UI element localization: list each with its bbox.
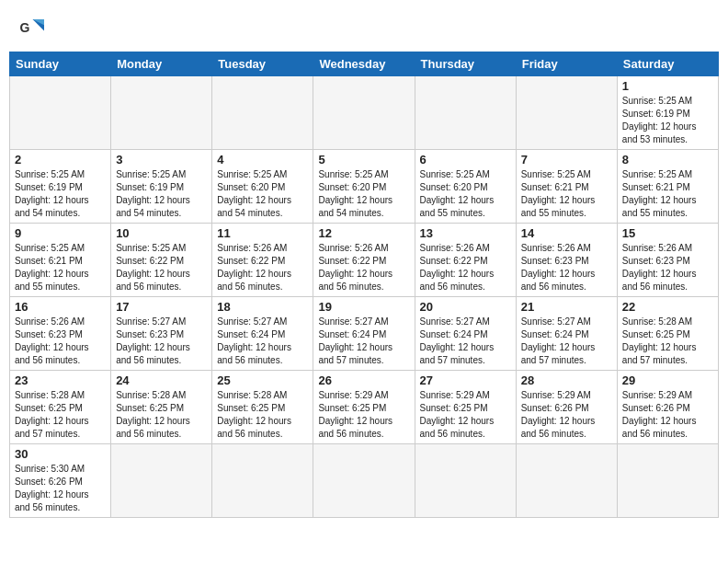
day-info: Sunrise: 5:25 AM Sunset: 6:20 PM Dayligh… — [318, 168, 409, 220]
day-info: Sunrise: 5:29 AM Sunset: 6:26 PM Dayligh… — [521, 389, 612, 441]
day-info: Sunrise: 5:26 AM Sunset: 6:23 PM Dayligh… — [622, 242, 713, 293]
day-number: 16 — [15, 300, 106, 314]
calendar-day-cell: 18Sunrise: 5:27 AM Sunset: 6:24 PM Dayli… — [212, 297, 313, 371]
day-info: Sunrise: 5:28 AM Sunset: 6:25 PM Dayligh… — [15, 389, 106, 441]
calendar-day-cell: 22Sunrise: 5:28 AM Sunset: 6:25 PM Dayli… — [617, 297, 718, 371]
day-info: Sunrise: 5:28 AM Sunset: 6:25 PM Dayligh… — [116, 389, 207, 441]
calendar-day-cell — [111, 444, 212, 518]
day-number: 4 — [217, 153, 308, 167]
day-number: 30 — [15, 447, 106, 461]
calendar-day-cell — [516, 76, 617, 150]
day-number: 13 — [420, 226, 511, 240]
day-info: Sunrise: 5:25 AM Sunset: 6:22 PM Dayligh… — [116, 242, 207, 293]
day-info: Sunrise: 5:26 AM Sunset: 6:23 PM Dayligh… — [15, 316, 106, 367]
day-number: 14 — [521, 226, 612, 240]
day-info: Sunrise: 5:25 AM Sunset: 6:21 PM Dayligh… — [622, 168, 713, 220]
day-number: 18 — [217, 300, 308, 314]
calendar-day-cell: 20Sunrise: 5:27 AM Sunset: 6:24 PM Dayli… — [415, 297, 516, 371]
calendar-day-cell: 10Sunrise: 5:25 AM Sunset: 6:22 PM Dayli… — [111, 224, 212, 297]
day-number: 21 — [521, 300, 612, 314]
calendar-header-row: SundayMondayTuesdayWednesdayThursdayFrid… — [10, 52, 719, 76]
day-info: Sunrise: 5:29 AM Sunset: 6:26 PM Dayligh… — [622, 389, 713, 441]
calendar-week-row: 2Sunrise: 5:25 AM Sunset: 6:19 PM Daylig… — [10, 150, 719, 224]
day-of-week-header: Thursday — [415, 52, 516, 76]
day-info: Sunrise: 5:25 AM Sunset: 6:21 PM Dayligh… — [15, 242, 106, 293]
day-info: Sunrise: 5:25 AM Sunset: 6:20 PM Dayligh… — [420, 168, 511, 220]
calendar-day-cell: 30Sunrise: 5:30 AM Sunset: 6:26 PM Dayli… — [10, 444, 111, 518]
calendar-table: SundayMondayTuesdayWednesdayThursdayFrid… — [9, 52, 719, 518]
calendar-day-cell: 6Sunrise: 5:25 AM Sunset: 6:20 PM Daylig… — [415, 150, 516, 224]
day-number: 9 — [15, 226, 106, 240]
day-info: Sunrise: 5:25 AM Sunset: 6:20 PM Dayligh… — [217, 168, 308, 220]
day-number: 5 — [318, 153, 409, 167]
day-number: 27 — [420, 373, 511, 387]
calendar-day-cell: 12Sunrise: 5:26 AM Sunset: 6:22 PM Dayli… — [313, 224, 415, 297]
calendar-day-cell — [313, 444, 415, 518]
calendar-day-cell — [111, 76, 212, 150]
day-info: Sunrise: 5:26 AM Sunset: 6:22 PM Dayligh… — [420, 242, 511, 293]
calendar-week-row: 30Sunrise: 5:30 AM Sunset: 6:26 PM Dayli… — [10, 444, 719, 518]
day-info: Sunrise: 5:28 AM Sunset: 6:25 PM Dayligh… — [622, 316, 713, 367]
calendar-day-cell: 14Sunrise: 5:26 AM Sunset: 6:23 PM Dayli… — [516, 224, 617, 297]
calendar-day-cell: 28Sunrise: 5:29 AM Sunset: 6:26 PM Dayli… — [516, 371, 617, 444]
day-info: Sunrise: 5:29 AM Sunset: 6:25 PM Dayligh… — [318, 389, 409, 441]
calendar-day-cell — [212, 444, 313, 518]
day-number: 22 — [622, 300, 713, 314]
day-number: 10 — [116, 226, 207, 240]
day-number: 28 — [521, 373, 612, 387]
calendar-day-cell: 24Sunrise: 5:28 AM Sunset: 6:25 PM Dayli… — [111, 371, 212, 444]
calendar-day-cell: 16Sunrise: 5:26 AM Sunset: 6:23 PM Dayli… — [10, 297, 111, 371]
day-info: Sunrise: 5:28 AM Sunset: 6:25 PM Dayligh… — [217, 389, 308, 441]
day-number: 29 — [622, 373, 713, 387]
day-number: 8 — [622, 153, 713, 167]
day-info: Sunrise: 5:26 AM Sunset: 6:22 PM Dayligh… — [318, 242, 409, 293]
day-info: Sunrise: 5:26 AM Sunset: 6:22 PM Dayligh… — [217, 242, 308, 293]
day-info: Sunrise: 5:27 AM Sunset: 6:24 PM Dayligh… — [521, 316, 612, 367]
day-info: Sunrise: 5:25 AM Sunset: 6:19 PM Dayligh… — [15, 168, 106, 220]
svg-text:G: G — [20, 20, 30, 35]
calendar-day-cell: 9Sunrise: 5:25 AM Sunset: 6:21 PM Daylig… — [10, 224, 111, 297]
day-number: 26 — [318, 373, 409, 387]
day-number: 1 — [622, 79, 713, 93]
calendar-day-cell: 2Sunrise: 5:25 AM Sunset: 6:19 PM Daylig… — [10, 150, 111, 224]
day-of-week-header: Wednesday — [313, 52, 415, 76]
calendar-day-cell — [313, 76, 415, 150]
calendar-day-cell — [415, 76, 516, 150]
day-info: Sunrise: 5:25 AM Sunset: 6:19 PM Dayligh… — [622, 95, 713, 146]
calendar-day-cell — [212, 76, 313, 150]
calendar-day-cell: 19Sunrise: 5:27 AM Sunset: 6:24 PM Dayli… — [313, 297, 415, 371]
calendar-day-cell — [617, 444, 718, 518]
calendar-week-row: 9Sunrise: 5:25 AM Sunset: 6:21 PM Daylig… — [10, 224, 719, 297]
calendar-day-cell: 17Sunrise: 5:27 AM Sunset: 6:23 PM Dayli… — [111, 297, 212, 371]
day-number: 11 — [217, 226, 308, 240]
day-of-week-header: Tuesday — [212, 52, 313, 76]
day-number: 23 — [15, 373, 106, 387]
day-info: Sunrise: 5:27 AM Sunset: 6:23 PM Dayligh… — [116, 316, 207, 367]
calendar-day-cell: 11Sunrise: 5:26 AM Sunset: 6:22 PM Dayli… — [212, 224, 313, 297]
day-info: Sunrise: 5:29 AM Sunset: 6:25 PM Dayligh… — [420, 389, 511, 441]
calendar-day-cell — [415, 444, 516, 518]
day-number: 3 — [116, 153, 207, 167]
calendar-day-cell: 26Sunrise: 5:29 AM Sunset: 6:25 PM Dayli… — [313, 371, 415, 444]
calendar-week-row: 1Sunrise: 5:25 AM Sunset: 6:19 PM Daylig… — [10, 76, 719, 150]
logo: G — [18, 17, 48, 42]
calendar-day-cell: 5Sunrise: 5:25 AM Sunset: 6:20 PM Daylig… — [313, 150, 415, 224]
calendar-day-cell: 23Sunrise: 5:28 AM Sunset: 6:25 PM Dayli… — [10, 371, 111, 444]
day-info: Sunrise: 5:27 AM Sunset: 6:24 PM Dayligh… — [318, 316, 409, 367]
day-number: 7 — [521, 153, 612, 167]
calendar-day-cell: 27Sunrise: 5:29 AM Sunset: 6:25 PM Dayli… — [415, 371, 516, 444]
calendar-day-cell: 1Sunrise: 5:25 AM Sunset: 6:19 PM Daylig… — [617, 76, 718, 150]
day-number: 25 — [217, 373, 308, 387]
day-number: 12 — [318, 226, 409, 240]
day-number: 2 — [15, 153, 106, 167]
day-info: Sunrise: 5:27 AM Sunset: 6:24 PM Dayligh… — [420, 316, 511, 367]
day-info: Sunrise: 5:25 AM Sunset: 6:21 PM Dayligh… — [521, 168, 612, 220]
day-number: 24 — [116, 373, 207, 387]
calendar-day-cell: 21Sunrise: 5:27 AM Sunset: 6:24 PM Dayli… — [516, 297, 617, 371]
day-info: Sunrise: 5:27 AM Sunset: 6:24 PM Dayligh… — [217, 316, 308, 367]
day-of-week-header: Saturday — [617, 52, 718, 76]
logo-icon: G — [18, 17, 44, 42]
calendar-day-cell: 7Sunrise: 5:25 AM Sunset: 6:21 PM Daylig… — [516, 150, 617, 224]
calendar-day-cell: 13Sunrise: 5:26 AM Sunset: 6:22 PM Dayli… — [415, 224, 516, 297]
calendar-day-cell: 3Sunrise: 5:25 AM Sunset: 6:19 PM Daylig… — [111, 150, 212, 224]
